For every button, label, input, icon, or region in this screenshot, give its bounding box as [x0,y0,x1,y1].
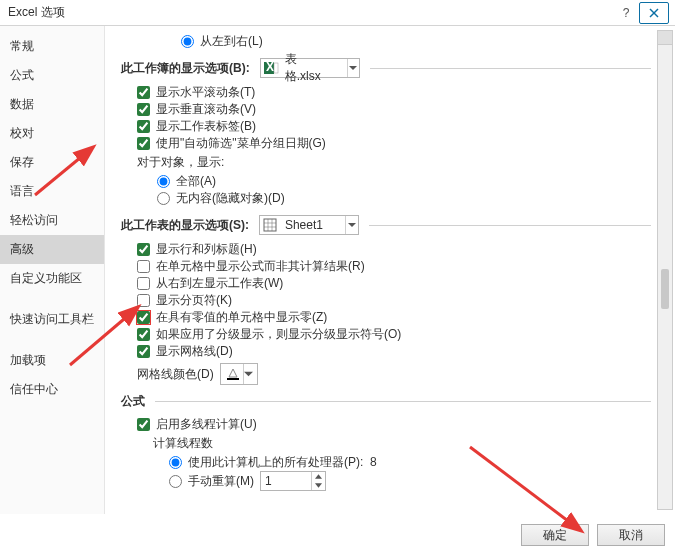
spinner-up[interactable] [312,472,325,481]
close-icon [649,8,659,18]
svg-marker-11 [348,223,356,227]
workbook-section-label: 此工作簿的显示选项(B): [121,60,250,77]
radio-left-to-right[interactable]: 从左到右(L) [181,33,263,50]
vertical-scrollbar[interactable] [657,30,673,510]
svg-marker-5 [349,66,357,70]
title-bar: Excel 选项 ? [0,0,675,26]
thread-count-input[interactable] [261,472,305,490]
object-display-label: 对于对象，显示: [137,154,651,171]
sidebar-item[interactable]: 校对 [0,119,104,148]
svg-marker-13 [244,372,253,377]
sidebar-item[interactable]: 快速访问工具栏 [0,305,104,334]
sidebar-item[interactable]: 信任中心 [0,375,104,404]
checkbox-option[interactable]: 显示网格线(D) [137,343,651,360]
sidebar-item[interactable]: 自定义功能区 [0,264,104,293]
sidebar-item[interactable]: 公式 [0,61,104,90]
scroll-thumb[interactable] [661,269,669,309]
svg-rect-12 [227,378,239,380]
sidebar-item[interactable]: 保存 [0,148,104,177]
checkbox-option[interactable]: 在单元格中显示公式而非其计算结果(R) [137,258,651,275]
radio-manual-recalc[interactable]: 手动重算(M) [169,471,651,491]
checkbox-option[interactable]: 显示垂直滚动条(V) [137,101,651,118]
sidebar-item[interactable]: 常规 [0,32,104,61]
color-picker-icon [225,366,241,382]
radio-all-processors[interactable]: 使用此计算机上的所有处理器(P): 8 [169,454,651,471]
ok-button[interactable]: 确定 [521,524,589,546]
workbook-dropdown[interactable]: X 表格.xlsx [260,58,360,78]
svg-marker-14 [315,474,322,478]
sidebar-item[interactable]: 加载项 [0,346,104,375]
radio-option[interactable]: 无内容(隐藏对象)(D) [157,190,651,207]
compute-threads-label: 计算线程数 [153,435,651,452]
content-pane: 从左到右(L) 此工作簿的显示选项(B): X 表格.xlsx 显示水平滚动条(… [105,26,675,514]
chevron-down-icon [243,364,253,384]
checkbox-option[interactable]: 显示分页符(K) [137,292,651,309]
workbook-display-section: 此工作簿的显示选项(B): X 表格.xlsx 显示水平滚动条(T)显示垂直滚动… [121,58,651,207]
checkbox-option[interactable]: 使用"自动筛选"菜单分组日期(G) [137,135,651,152]
checkbox-option[interactable]: 如果应用了分级显示，则显示分级显示符号(O) [137,326,651,343]
scroll-up-button[interactable] [658,31,672,45]
formula-section: 公式 启用多线程计算(U) 计算线程数 使用此计算机上的所有处理器(P): 8 … [121,393,651,491]
svg-rect-4 [274,63,278,73]
checkbox-option[interactable]: 显示行和列标题(H) [137,241,651,258]
gridline-color-label: 网格线颜色(D) [137,366,214,383]
svg-text:X: X [266,60,274,74]
checkbox-multithread[interactable]: 启用多线程计算(U) [137,416,651,433]
worksheet-section-label: 此工作表的显示选项(S): [121,217,249,234]
worksheet-dropdown[interactable]: Sheet1 [259,215,359,235]
sidebar: 常规公式数据校对保存语言轻松访问高级自定义功能区快速访问工具栏加载项信任中心 [0,26,105,514]
formula-section-label: 公式 [121,393,145,410]
gridline-color-button[interactable] [220,363,258,385]
sidebar-item[interactable]: 数据 [0,90,104,119]
radio-option[interactable]: 全部(A) [157,173,651,190]
help-button[interactable]: ? [613,6,639,20]
checkbox-option[interactable]: 从右到左显示工作表(W) [137,275,651,292]
sidebar-item[interactable]: 轻松访问 [0,206,104,235]
spinner-down[interactable] [312,481,325,490]
sidebar-item[interactable]: 语言 [0,177,104,206]
thread-count-spinner[interactable] [260,471,326,491]
excel-file-icon: X [263,59,279,77]
chevron-down-icon [347,59,358,77]
chevron-down-icon [345,216,358,234]
svg-marker-15 [315,483,322,487]
window-title: Excel 选项 [8,4,613,21]
cancel-button[interactable]: 取消 [597,524,665,546]
dialog-footer: 确定 取消 [521,524,665,546]
sidebar-item[interactable]: 高级 [0,235,104,264]
checkbox-option[interactable]: 显示工作表标签(B) [137,118,651,135]
close-button[interactable] [639,2,669,24]
sheet-icon [262,216,279,234]
worksheet-display-section: 此工作表的显示选项(S): Sheet1 显示行和列标题(H)在单元格中显示公式… [121,215,651,385]
checkbox-option[interactable]: 在具有零值的单元格中显示零(Z) [137,309,651,326]
svg-rect-6 [264,219,276,231]
checkbox-option[interactable]: 显示水平滚动条(T) [137,84,651,101]
